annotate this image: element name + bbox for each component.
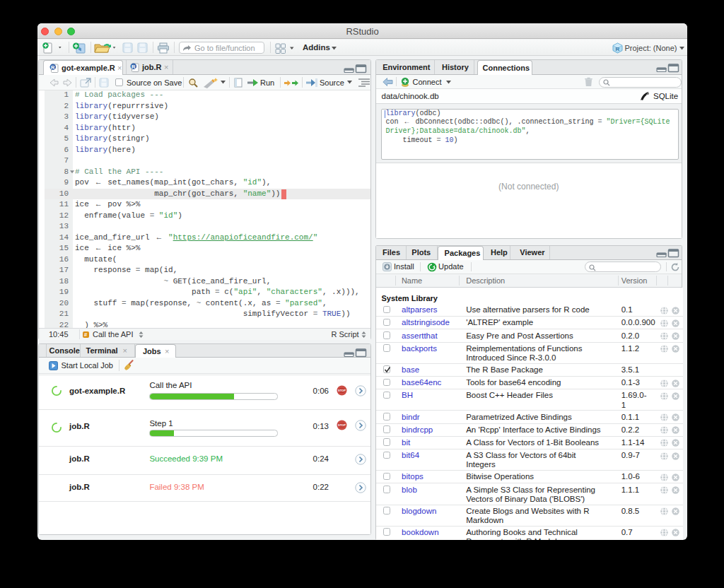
- svg-text:STOP: STOP: [338, 389, 346, 393]
- svg-text:R: R: [132, 64, 136, 70]
- svg-text:R: R: [51, 64, 55, 71]
- svg-text:R: R: [616, 46, 620, 52]
- svg-text:STOP: STOP: [338, 423, 346, 427]
